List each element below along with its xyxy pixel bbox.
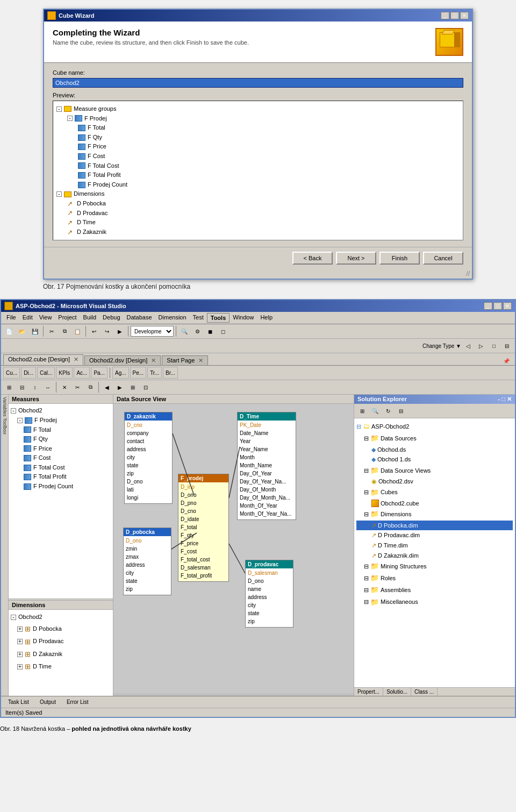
cube-tab-kpis[interactable]: KPIs xyxy=(56,367,73,379)
expand-dims-root[interactable]: - xyxy=(11,615,16,620)
toolbar-copy-btn[interactable]: ⧉ xyxy=(59,325,70,337)
se-tb-btn3[interactable]: ↻ xyxy=(382,405,394,417)
se-tb-btn1[interactable]: ⊞ xyxy=(356,405,368,417)
expand-vs-f-prodej[interactable]: - xyxy=(17,418,23,423)
se-tb-btn2[interactable]: 🔍 xyxy=(369,405,381,417)
toolbar-paste-btn[interactable]: 📋 xyxy=(71,325,83,337)
menu-project[interactable]: Project xyxy=(55,313,80,323)
cube-name-input[interactable]: Obchod2 xyxy=(53,78,463,88)
subtb-btn1[interactable]: ⊞ xyxy=(3,381,15,393)
subtb-btn9[interactable]: ▶ xyxy=(114,381,126,393)
finish-button[interactable]: Finish xyxy=(379,252,420,265)
cube-tab-cu[interactable]: Cu... xyxy=(3,367,20,379)
subtb-btn7[interactable]: ⧉ xyxy=(84,381,96,393)
expand-dimensions[interactable]: - xyxy=(56,191,62,197)
toolbar-redo-btn[interactable]: ↪ xyxy=(101,325,113,337)
subtb-btn8[interactable]: ◀ xyxy=(101,381,113,393)
toolbar2-btn2[interactable]: ▷ xyxy=(475,340,487,352)
cube-tab-di[interactable]: Di... xyxy=(21,367,36,379)
cube-tab-pa[interactable]: Pa... xyxy=(91,367,108,379)
menu-edit[interactable]: Edit xyxy=(19,313,36,323)
toolbar-save-btn[interactable]: 💾 xyxy=(29,325,41,337)
sidebar-toolbox-label[interactable]: Toolbox xyxy=(2,418,8,435)
close-button[interactable]: ✕ xyxy=(460,12,469,19)
toolbar-new-btn[interactable]: 📄 xyxy=(3,325,15,337)
cube-tab-pe[interactable]: Pe... xyxy=(130,367,147,379)
expand-prodavac[interactable]: + xyxy=(17,639,23,644)
cube-tab-ac[interactable]: Ac... xyxy=(74,367,90,379)
menu-tools[interactable]: Tools xyxy=(207,313,230,323)
subtb-btn2[interactable]: ⊟ xyxy=(16,381,28,393)
cube-tab-tr[interactable]: Tr... xyxy=(147,367,162,379)
se-roles[interactable]: ⊟ 📁 Roles xyxy=(356,572,513,584)
toolbar2-btn3[interactable]: □ xyxy=(488,340,500,352)
menu-debug[interactable]: Debug xyxy=(99,313,123,323)
expand-measures-root[interactable]: - xyxy=(11,408,16,414)
se-cubes[interactable]: ⊟ 📁 Cubes xyxy=(356,487,513,498)
expand-pobocka[interactable]: + xyxy=(17,626,23,632)
menu-file[interactable]: File xyxy=(3,313,19,323)
tab-dsv-design[interactable]: Obchod2.dsv [Design] ✕ xyxy=(84,355,161,365)
maximize-button[interactable]: □ xyxy=(450,12,459,19)
vs-maximize-button[interactable]: □ xyxy=(493,302,502,310)
menu-build[interactable]: Build xyxy=(80,313,99,323)
bottom-tab-tasklist[interactable]: Task List xyxy=(3,697,34,707)
vs-close-button[interactable]: ✕ xyxy=(503,302,512,310)
se-obchod1-ds[interactable]: ◆ Obchod 1.ds xyxy=(356,454,513,465)
se-d-zakaznik-dim[interactable]: ↗ D Zakaznik.dim xyxy=(356,551,513,561)
toolbar2-btn4[interactable]: ⊟ xyxy=(501,340,513,352)
minimize-button[interactable]: _ xyxy=(441,12,449,19)
tab-start-page[interactable]: Start Page ✕ xyxy=(162,355,208,365)
se-dimensions[interactable]: ⊟ 📁 Dimensions xyxy=(356,508,513,520)
cube-tab-ag[interactable]: Ag... xyxy=(112,367,129,379)
expand-zakaznik[interactable]: + xyxy=(17,652,23,657)
sidebar-variables-label[interactable]: Variables xyxy=(2,397,8,417)
toolbar-play-btn[interactable]: ▶ xyxy=(114,325,126,337)
toolbar-btn5[interactable]: 🔍 xyxy=(178,325,190,337)
back-button[interactable]: < Back xyxy=(292,252,333,265)
toolbar2-btn1[interactable]: ◁ xyxy=(462,340,474,352)
se-mining-structures[interactable]: ⊟ 📁 Mining Structures xyxy=(356,560,513,572)
menu-test[interactable]: Test xyxy=(190,313,207,323)
subtb-btn5[interactable]: ✕ xyxy=(59,381,70,393)
se-miscellaneous[interactable]: ⊟ 📁 Miscellaneous xyxy=(356,596,513,608)
tab-cube-close[interactable]: ✕ xyxy=(74,356,78,362)
menu-database[interactable]: Database xyxy=(124,313,155,323)
se-properties-tab[interactable]: Propert... xyxy=(354,688,383,696)
expand-f-prodej[interactable]: - xyxy=(67,116,73,121)
se-d-prodavac-dim[interactable]: ↗ D Prodavac.dim xyxy=(356,530,513,540)
se-d-pobocka-dim[interactable]: ↗ D Pobocka.dim xyxy=(356,521,513,531)
tab-pin-button[interactable]: 📌 xyxy=(500,357,513,365)
cube-tab-br[interactable]: Br... xyxy=(163,367,178,379)
se-data-sources[interactable]: ⊟ 📁 Data Sources xyxy=(356,432,513,444)
vs-minimize-button[interactable]: _ xyxy=(484,302,492,310)
toolbar-cut-btn[interactable]: ✂ xyxy=(46,325,58,337)
next-button[interactable]: Next > xyxy=(336,252,376,265)
subtb-btn3[interactable]: ↕ xyxy=(29,381,41,393)
toolbar-undo-btn[interactable]: ↩ xyxy=(88,325,100,337)
bottom-tab-errorlist[interactable]: Error List xyxy=(62,697,94,707)
menu-view[interactable]: View xyxy=(36,313,55,323)
se-project-root[interactable]: ⊟ 🗂 ASP-Obchod2 xyxy=(356,421,513,432)
subtb-btn4[interactable]: ↔ xyxy=(42,381,54,393)
expand-measure-groups[interactable]: - xyxy=(56,106,62,112)
se-data-source-views[interactable]: ⊟ 📁 Data Source Views xyxy=(356,465,513,476)
tab-start-close[interactable]: ✕ xyxy=(198,357,203,364)
se-assemblies[interactable]: ⊟ 📁 Assemblies xyxy=(356,584,513,596)
menu-help[interactable]: Help xyxy=(257,313,276,323)
bottom-tab-output[interactable]: Output xyxy=(35,697,61,707)
toolbar-btn7[interactable]: ◼ xyxy=(204,325,216,337)
toolbar-config-dropdown[interactable]: Developme xyxy=(131,326,174,337)
menu-window[interactable]: Window xyxy=(230,313,257,323)
cube-tab-cal[interactable]: Cal... xyxy=(37,367,55,379)
toolbar-open-btn[interactable]: 📂 xyxy=(16,325,28,337)
subtb-btn6[interactable]: ✂ xyxy=(71,381,83,393)
menu-dimension[interactable]: Dimension xyxy=(155,313,190,323)
cancel-button[interactable]: Cancel xyxy=(423,252,463,265)
expand-time[interactable]: + xyxy=(17,664,23,669)
toolbar-btn8[interactable]: ◻ xyxy=(217,325,229,337)
toolbar-btn6[interactable]: ⚙ xyxy=(191,325,203,337)
tab-cube-design[interactable]: Obchod2.cube [Design] ✕ xyxy=(3,354,83,365)
se-obchod2-cube[interactable]: Obchod2.cube xyxy=(356,498,513,509)
subtb-btn10[interactable]: ⊞ xyxy=(127,381,139,393)
